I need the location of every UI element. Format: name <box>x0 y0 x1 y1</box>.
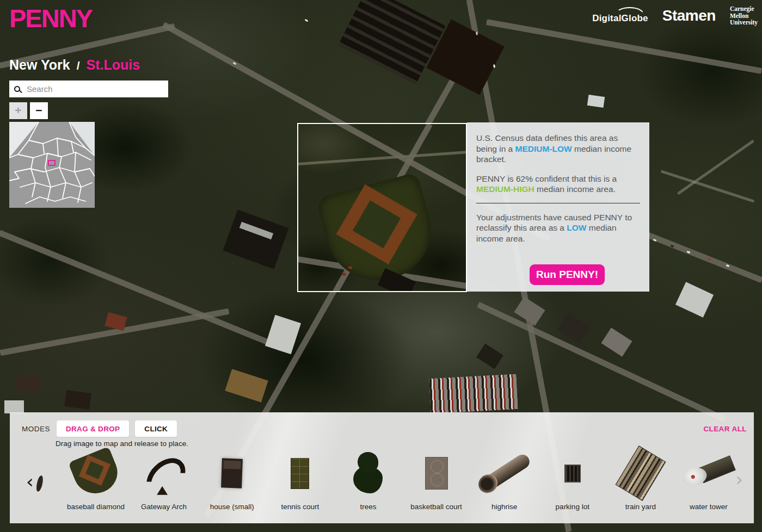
map-building <box>587 95 605 108</box>
map-footpath <box>297 151 467 165</box>
carousel-item-label: highrise <box>491 503 517 511</box>
carousel-item-gateway-arch[interactable]: Gateway Arch <box>131 448 196 511</box>
adjustment-bracket-value: LOW <box>567 223 586 232</box>
trees-thumbnail[interactable] <box>353 466 383 493</box>
thumb-box <box>353 448 383 498</box>
map-building <box>225 369 268 403</box>
carousel-item-label: baseball diamond <box>67 503 125 511</box>
census-bracket-value: MEDIUM-LOW <box>515 144 572 153</box>
cmu-line: Carnegie <box>730 5 758 13</box>
city-separator: / <box>77 59 80 72</box>
search-icon <box>14 86 20 92</box>
water-tower-thumbnail[interactable] <box>680 452 738 494</box>
search-box <box>9 81 168 97</box>
carousel-item-tennis-court[interactable]: tennis court <box>267 448 333 511</box>
map-building <box>557 313 590 343</box>
carousel-item-highrise[interactable]: highrise <box>472 448 537 511</box>
minimap-viewport-marker[interactable] <box>48 160 56 166</box>
thumb-box <box>74 448 118 498</box>
drag-hint-text: Drag image to map and release to place. <box>56 440 188 448</box>
partner-logos: DigitalGlobe Stamen Carnegie Mellon Univ… <box>592 5 758 26</box>
carousel-prev-button[interactable]: ‹ <box>26 473 34 490</box>
thumb-box <box>148 448 180 498</box>
carousel-item-label: basketball court <box>410 503 462 511</box>
map-building <box>105 312 127 331</box>
map-building <box>338 0 445 84</box>
prediction-text: median income area. <box>534 184 616 194</box>
stamen-logo: Stamen <box>662 7 716 24</box>
map-building <box>223 209 288 269</box>
run-penny-button[interactable]: Run PENNY! <box>530 264 605 285</box>
thumb-box <box>683 448 735 498</box>
map-footpath <box>661 170 755 202</box>
city-link-new-york[interactable]: New York <box>9 57 70 73</box>
thumb-box <box>564 448 581 498</box>
object-carousel: baseball diamond Gateway Arch house (sma… <box>63 448 741 511</box>
carousel-item-label: train yard <box>625 503 656 511</box>
selection-rectangle[interactable] <box>297 123 467 292</box>
house-small-thumbnail[interactable] <box>221 458 243 488</box>
map-footpath <box>677 140 754 195</box>
map-parking-lot <box>429 374 518 413</box>
carousel-item-basketball-court[interactable]: basketball court <box>404 448 469 511</box>
modes-row: MODES DRAG & DROP CLICK <box>22 420 177 437</box>
parking-lot-thumbnail[interactable] <box>564 465 581 482</box>
penny-logo: PENNY <box>9 3 92 33</box>
carousel-item-label: tennis court <box>281 503 319 511</box>
adjustment-paragraph: Your adjustments have caused PENNY to re… <box>467 203 649 244</box>
carousel-item-water-tower[interactable]: water tower <box>676 448 741 511</box>
map-building <box>64 390 91 410</box>
thumb-box <box>476 448 533 498</box>
cmu-line: University <box>730 19 758 26</box>
carousel-item-label: Gateway Arch <box>141 503 187 511</box>
census-paragraph: U.S. Census data defines this area as be… <box>467 122 649 165</box>
digitalglobe-logo: DigitalGlobe <box>592 7 648 24</box>
search-input[interactable] <box>26 84 163 94</box>
map-building <box>265 315 301 355</box>
water-tower-dot <box>691 474 695 479</box>
minimap[interactable] <box>9 122 95 208</box>
carousel-item-parking-lot[interactable]: parking lot <box>540 448 605 511</box>
basketball-court-thumbnail[interactable] <box>425 457 448 490</box>
pitcher-mound <box>373 221 379 227</box>
modes-label: MODES <box>22 425 50 433</box>
carousel-item-house-small[interactable]: house (small) <box>199 448 265 511</box>
digitalglobe-wordmark: DigitalGlobe <box>592 13 648 24</box>
carousel-item-baseball-diamond[interactable]: baseball diamond <box>63 448 128 511</box>
carousel-item-label: house (small) <box>210 503 254 511</box>
zoom-in-button[interactable]: + <box>9 102 27 119</box>
object-toolbar: MODES DRAG & DROP CLICK Drag image to ma… <box>10 412 754 523</box>
map-car <box>305 19 309 22</box>
prediction-panel: U.S. Census data defines this area as be… <box>467 122 649 292</box>
tennis-court-thumbnail[interactable] <box>291 458 309 489</box>
carousel-item-trees[interactable]: trees <box>335 448 401 511</box>
prediction-text: PENNY is 62% confident that this is a <box>476 174 617 183</box>
carousel-item-train-yard[interactable]: train yard <box>608 448 673 511</box>
baseball-diamond-thumbnail[interactable] <box>68 447 124 500</box>
carousel-item-label: trees <box>360 503 376 511</box>
carousel-item-label: water tower <box>690 503 728 511</box>
map-road <box>486 19 762 74</box>
thumb-box <box>425 448 448 498</box>
highrise-thumbnail[interactable] <box>477 452 532 494</box>
carnegie-mellon-logo: Carnegie Mellon University <box>730 5 758 26</box>
thumb-box <box>222 448 242 498</box>
penny-app: PENNY DigitalGlobe Stamen Carnegie Mello… <box>0 0 762 532</box>
cmu-line: Mellon <box>730 13 758 20</box>
thumb-box <box>625 448 656 498</box>
prediction-bracket-value: MEDIUM-HIGH <box>476 184 534 194</box>
mode-click-button[interactable]: CLICK <box>135 420 177 437</box>
mode-drag-drop-button[interactable]: DRAG & DROP <box>57 420 129 437</box>
train-yard-thumbnail[interactable] <box>615 446 666 501</box>
map-building <box>675 282 714 317</box>
carousel-item-label: parking lot <box>556 503 589 511</box>
prediction-paragraph: PENNY is 62% confident that this is a ME… <box>467 165 649 195</box>
city-link-st-louis[interactable]: St.Louis <box>86 57 140 73</box>
map-building <box>4 400 24 413</box>
clear-all-button[interactable]: CLEAR ALL <box>703 425 747 433</box>
placed-baseball-diamond[interactable] <box>316 172 441 292</box>
map-building <box>16 374 41 393</box>
map-road <box>647 232 762 283</box>
zoom-out-button[interactable]: − <box>30 102 48 119</box>
gateway-arch-thumbnail[interactable] <box>142 448 185 498</box>
